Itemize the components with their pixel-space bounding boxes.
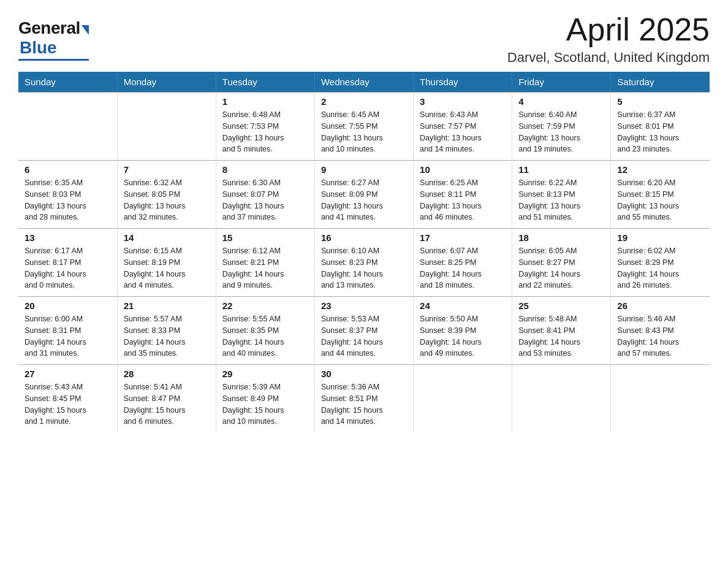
day-info: Sunrise: 5:57 AM Sunset: 8:33 PM Dayligh…	[124, 313, 210, 359]
day-info: Sunrise: 5:50 AM Sunset: 8:39 PM Dayligh…	[420, 313, 506, 359]
calendar-week-1: 1Sunrise: 6:48 AM Sunset: 7:53 PM Daylig…	[18, 93, 710, 161]
day-info: Sunrise: 6:48 AM Sunset: 7:53 PM Dayligh…	[222, 109, 308, 155]
day-number: 26	[617, 301, 703, 311]
day-number: 12	[617, 164, 703, 175]
calendar-header-row: SundayMondayTuesdayWednesdayThursdayFrid…	[18, 72, 710, 93]
calendar-week-5: 27Sunrise: 5:43 AM Sunset: 8:45 PM Dayli…	[18, 365, 710, 433]
logo: General Blue	[18, 12, 89, 61]
day-number: 27	[25, 369, 111, 379]
day-info: Sunrise: 6:25 AM Sunset: 8:11 PM Dayligh…	[420, 177, 506, 223]
day-number: 14	[124, 232, 210, 243]
calendar-cell: 21Sunrise: 5:57 AM Sunset: 8:33 PM Dayli…	[117, 297, 216, 365]
day-number: 3	[420, 96, 506, 107]
calendar-cell: 5Sunrise: 6:37 AM Sunset: 8:01 PM Daylig…	[611, 93, 710, 161]
day-info: Sunrise: 5:55 AM Sunset: 8:35 PM Dayligh…	[222, 313, 308, 359]
day-number: 24	[420, 301, 506, 311]
calendar-cell: 15Sunrise: 6:12 AM Sunset: 8:21 PM Dayli…	[216, 229, 314, 297]
day-number: 22	[222, 301, 308, 311]
day-info: Sunrise: 6:27 AM Sunset: 8:09 PM Dayligh…	[321, 177, 407, 223]
calendar-cell	[117, 93, 216, 161]
header-sunday: Sunday	[18, 72, 117, 93]
day-info: Sunrise: 6:45 AM Sunset: 7:55 PM Dayligh…	[321, 109, 407, 155]
day-info: Sunrise: 6:17 AM Sunset: 8:17 PM Dayligh…	[25, 245, 111, 291]
calendar-cell: 29Sunrise: 5:39 AM Sunset: 8:49 PM Dayli…	[216, 365, 314, 433]
day-number: 7	[124, 164, 210, 175]
day-info: Sunrise: 6:40 AM Sunset: 7:59 PM Dayligh…	[518, 109, 604, 155]
header-tuesday: Tuesday	[216, 72, 314, 93]
header-wednesday: Wednesday	[314, 72, 413, 93]
day-number: 19	[617, 232, 703, 243]
day-info: Sunrise: 5:43 AM Sunset: 8:45 PM Dayligh…	[25, 381, 111, 427]
calendar-week-4: 20Sunrise: 6:00 AM Sunset: 8:31 PM Dayli…	[18, 297, 710, 365]
day-info: Sunrise: 6:35 AM Sunset: 8:03 PM Dayligh…	[25, 177, 111, 223]
day-info: Sunrise: 5:36 AM Sunset: 8:51 PM Dayligh…	[321, 381, 407, 427]
calendar-table: SundayMondayTuesdayWednesdayThursdayFrid…	[18, 72, 710, 432]
day-number: 18	[518, 232, 604, 243]
calendar-cell: 1Sunrise: 6:48 AM Sunset: 7:53 PM Daylig…	[216, 93, 314, 161]
calendar-cell: 9Sunrise: 6:27 AM Sunset: 8:09 PM Daylig…	[314, 161, 413, 229]
day-number: 6	[25, 164, 111, 175]
header-friday: Friday	[512, 72, 611, 93]
title-section: April 2025 Darvel, Scotland, United King…	[507, 12, 710, 66]
calendar-cell: 28Sunrise: 5:41 AM Sunset: 8:47 PM Dayli…	[117, 365, 216, 433]
header-saturday: Saturday	[611, 72, 710, 93]
calendar-cell	[512, 365, 611, 433]
calendar-cell: 6Sunrise: 6:35 AM Sunset: 8:03 PM Daylig…	[18, 161, 117, 229]
calendar-cell	[18, 93, 117, 161]
day-number: 16	[321, 232, 407, 243]
header-monday: Monday	[117, 72, 216, 93]
day-number: 8	[222, 164, 308, 175]
day-info: Sunrise: 6:30 AM Sunset: 8:07 PM Dayligh…	[222, 177, 308, 223]
calendar-cell: 22Sunrise: 5:55 AM Sunset: 8:35 PM Dayli…	[216, 297, 314, 365]
calendar-cell: 24Sunrise: 5:50 AM Sunset: 8:39 PM Dayli…	[414, 297, 512, 365]
calendar-cell: 2Sunrise: 6:45 AM Sunset: 7:55 PM Daylig…	[314, 93, 413, 161]
day-info: Sunrise: 6:20 AM Sunset: 8:15 PM Dayligh…	[617, 177, 703, 223]
calendar-cell: 8Sunrise: 6:30 AM Sunset: 8:07 PM Daylig…	[216, 161, 314, 229]
calendar-cell: 12Sunrise: 6:20 AM Sunset: 8:15 PM Dayli…	[611, 161, 710, 229]
day-number: 9	[321, 164, 407, 175]
calendar-cell: 17Sunrise: 6:07 AM Sunset: 8:25 PM Dayli…	[414, 229, 512, 297]
logo-underline	[18, 59, 89, 61]
day-number: 20	[25, 301, 111, 311]
day-info: Sunrise: 6:22 AM Sunset: 8:13 PM Dayligh…	[518, 177, 604, 223]
calendar-cell: 7Sunrise: 6:32 AM Sunset: 8:05 PM Daylig…	[117, 161, 216, 229]
day-info: Sunrise: 6:07 AM Sunset: 8:25 PM Dayligh…	[420, 245, 506, 291]
day-info: Sunrise: 5:48 AM Sunset: 8:41 PM Dayligh…	[518, 313, 604, 359]
calendar-cell: 23Sunrise: 5:53 AM Sunset: 8:37 PM Dayli…	[314, 297, 413, 365]
calendar-cell: 30Sunrise: 5:36 AM Sunset: 8:51 PM Dayli…	[314, 365, 413, 433]
day-number: 25	[518, 301, 604, 311]
location-text: Darvel, Scotland, United Kingdom	[507, 50, 710, 66]
day-info: Sunrise: 6:15 AM Sunset: 8:19 PM Dayligh…	[124, 245, 210, 291]
day-number: 5	[617, 96, 703, 107]
day-number: 21	[124, 301, 210, 311]
logo-blue-text: Blue	[20, 38, 57, 58]
day-info: Sunrise: 6:32 AM Sunset: 8:05 PM Dayligh…	[124, 177, 210, 223]
calendar-cell: 25Sunrise: 5:48 AM Sunset: 8:41 PM Dayli…	[512, 297, 611, 365]
calendar-cell: 11Sunrise: 6:22 AM Sunset: 8:13 PM Dayli…	[512, 161, 611, 229]
day-info: Sunrise: 6:05 AM Sunset: 8:27 PM Dayligh…	[518, 245, 604, 291]
calendar-cell: 3Sunrise: 6:43 AM Sunset: 7:57 PM Daylig…	[414, 93, 512, 161]
month-title: April 2025	[507, 12, 710, 47]
calendar-cell: 16Sunrise: 6:10 AM Sunset: 8:23 PM Dayli…	[314, 229, 413, 297]
logo-general-text: General	[18, 18, 80, 38]
day-number: 29	[222, 369, 308, 379]
day-info: Sunrise: 6:43 AM Sunset: 7:57 PM Dayligh…	[420, 109, 506, 155]
calendar-cell	[414, 365, 512, 433]
day-info: Sunrise: 6:02 AM Sunset: 8:29 PM Dayligh…	[617, 245, 703, 291]
day-number: 15	[222, 232, 308, 243]
day-number: 13	[25, 232, 111, 243]
day-info: Sunrise: 5:53 AM Sunset: 8:37 PM Dayligh…	[321, 313, 407, 359]
day-number: 11	[518, 164, 604, 175]
day-info: Sunrise: 5:41 AM Sunset: 8:47 PM Dayligh…	[124, 381, 210, 427]
calendar-cell: 19Sunrise: 6:02 AM Sunset: 8:29 PM Dayli…	[611, 229, 710, 297]
calendar-cell: 13Sunrise: 6:17 AM Sunset: 8:17 PM Dayli…	[18, 229, 117, 297]
calendar-cell: 27Sunrise: 5:43 AM Sunset: 8:45 PM Dayli…	[18, 365, 117, 433]
day-info: Sunrise: 6:37 AM Sunset: 8:01 PM Dayligh…	[617, 109, 703, 155]
day-number: 2	[321, 96, 407, 107]
day-number: 1	[222, 96, 308, 107]
day-number: 28	[124, 369, 210, 379]
page-header: General Blue April 2025 Darvel, Scotland…	[18, 12, 710, 66]
day-number: 23	[321, 301, 407, 311]
day-info: Sunrise: 6:10 AM Sunset: 8:23 PM Dayligh…	[321, 245, 407, 291]
calendar-week-2: 6Sunrise: 6:35 AM Sunset: 8:03 PM Daylig…	[18, 161, 710, 229]
